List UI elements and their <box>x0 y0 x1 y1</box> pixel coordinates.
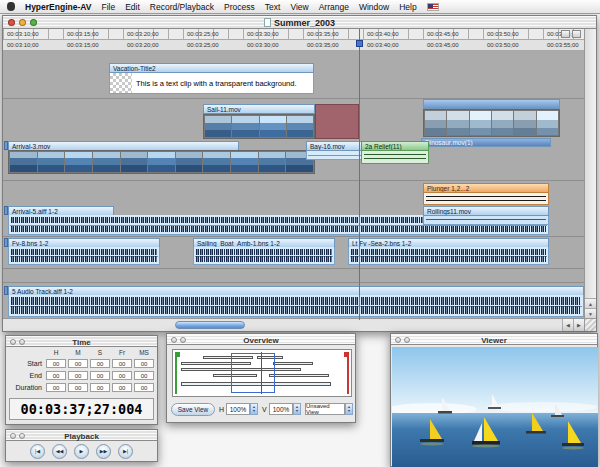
clip-label <box>423 99 560 109</box>
clip-sail-11[interactable]: Sail-11.mov <box>203 104 315 139</box>
clip-plunger[interactable]: Plunger 1,2...2 <box>423 183 549 205</box>
end-h-field[interactable]: 00 <box>46 371 66 380</box>
view-start-line[interactable] <box>175 352 177 394</box>
menu-item-view[interactable]: View <box>290 2 308 12</box>
scroll-left-icon[interactable]: ◀ <box>562 319 573 331</box>
end-fr-field[interactable]: 00 <box>112 371 132 380</box>
duration-h-field[interactable]: 00 <box>46 383 66 392</box>
v-zoom-field[interactable]: 100% <box>269 403 293 415</box>
menu-item-file[interactable]: File <box>101 2 115 12</box>
clip-dinosaur[interactable]: Dinosaur.mov(1) <box>421 138 551 147</box>
minimap-clip-bar <box>269 374 329 377</box>
col-frames: Fr <box>112 349 132 356</box>
v-zoom-label: V <box>262 406 267 413</box>
document-icon <box>264 18 271 27</box>
ruler-label: 00:03:50;00 <box>487 31 519 37</box>
playhead[interactable] <box>359 29 360 320</box>
waveform-channel <box>11 226 546 232</box>
playback-panel-titlebar[interactable]: Playback <box>6 430 157 441</box>
menu-item-arrange[interactable]: Arrange <box>319 2 349 12</box>
go-to-start-button[interactable]: |◀ <box>30 444 45 459</box>
duration-m-field[interactable]: 00 <box>68 383 88 392</box>
menu-item-edit[interactable]: Edit <box>125 2 140 12</box>
clip-label: Rollings11.mov <box>423 206 549 216</box>
end-ms-field[interactable]: 00 <box>134 371 154 380</box>
clip-lt-fv-sea[interactable]: Lt Fv -Sea-2.bns 1-2 <box>348 238 549 265</box>
clip-label: Bay-16.mov <box>306 141 363 151</box>
playback-panel: Playback |◀ ◀◀ ▶ ▶▶ ▶| <box>5 429 158 462</box>
ruler-label: 00:03:25;00 <box>187 42 219 48</box>
menu-item-record-playback[interactable]: Record/Playback <box>150 2 214 12</box>
track-divider <box>3 180 584 181</box>
clip-arrival-3[interactable]: Arrival-3.mov <box>8 141 315 174</box>
start-s-field[interactable]: 00 <box>90 359 110 368</box>
horizontal-scrollbar[interactable]: ◀ ▶ <box>3 318 584 331</box>
scrollbar-thumb[interactable] <box>175 321 245 329</box>
timeline-ruler-top[interactable]: 00:03:10;00 00:03:15;00 00:03:20;00 00:0… <box>3 29 584 40</box>
play-button[interactable]: ▶ <box>74 444 89 459</box>
clip-bay-16[interactable]: Bay-16.mov <box>306 141 363 160</box>
clip-5-audio-track[interactable]: 5 Audio Track.aiff 1-2 <box>8 286 584 317</box>
menu-item-help[interactable]: Help <box>399 2 416 12</box>
waveform-channel <box>351 256 546 262</box>
duration-ms-field[interactable]: 00 <box>134 383 154 392</box>
waveform-channel <box>351 249 546 255</box>
start-m-field[interactable]: 00 <box>68 359 88 368</box>
ruler-label: 00:03:25;00 <box>187 31 219 37</box>
save-view-button[interactable]: Save View <box>171 403 215 416</box>
timeline-titlebar[interactable]: Summer_2003 <box>3 16 596 29</box>
clip-vacation-title[interactable]: Vacation-Title2 This is a text clip with… <box>109 63 314 94</box>
ruler-label: 00:03:10;00 <box>7 31 39 37</box>
clip-rollings[interactable]: Rollings11.mov <box>423 206 549 225</box>
clip-label: Sail-11.mov <box>203 104 315 114</box>
h-zoom-stepper[interactable]: ▲▼ <box>250 403 258 415</box>
audio-waveform <box>8 247 160 265</box>
scroll-down-icon[interactable]: ▼ <box>585 308 596 318</box>
end-m-field[interactable]: 00 <box>68 371 88 380</box>
minimap-view-box[interactable] <box>231 353 275 393</box>
fast-forward-button[interactable]: ▶▶ <box>96 444 111 459</box>
us-flag-icon[interactable] <box>427 3 439 11</box>
playhead-marker[interactable] <box>356 40 363 47</box>
resize-grip[interactable] <box>584 318 596 331</box>
waveform-channel <box>11 249 157 255</box>
scroll-up-icon[interactable]: ▲ <box>585 298 596 308</box>
view-selector-stepper[interactable]: ▲▼ <box>345 403 353 415</box>
time-panel-titlebar[interactable]: Time <box>6 336 157 347</box>
col-hours: H <box>46 349 66 356</box>
clip-sailing-boat-amb[interactable]: Sailing_Boat_Amb-1.bns 1-2 <box>193 238 335 265</box>
start-fr-field[interactable]: 00 <box>112 359 132 368</box>
waveform-channel <box>11 256 157 262</box>
ruler-control-icon[interactable] <box>572 30 581 38</box>
start-h-field[interactable]: 00 <box>46 359 66 368</box>
duration-s-field[interactable]: 00 <box>90 383 110 392</box>
view-end-line[interactable] <box>347 352 349 394</box>
video-thumbnails <box>423 109 560 137</box>
menu-item-hyperengine[interactable]: HyperEngine-AV <box>25 2 91 12</box>
h-zoom-field[interactable]: 100% <box>226 403 250 415</box>
timeline-minimap[interactable] <box>172 349 352 397</box>
h-zoom-label: H <box>219 406 224 413</box>
clip-fv-8[interactable]: Fv-8.bns 1-2 <box>8 238 160 265</box>
overview-panel-titlebar[interactable]: Overview <box>167 334 355 345</box>
rewind-button[interactable]: ◀◀ <box>52 444 67 459</box>
end-s-field[interactable]: 00 <box>90 371 110 380</box>
duration-fr-field[interactable]: 00 <box>112 383 132 392</box>
menu-item-process[interactable]: Process <box>224 2 255 12</box>
sailboats-scene <box>392 347 598 467</box>
view-selector-dropdown[interactable]: Unsaved View <box>305 403 345 415</box>
clip-selected-video[interactable] <box>423 99 560 137</box>
menu-item-text[interactable]: Text <box>265 2 281 12</box>
menu-item-window[interactable]: Window <box>359 2 389 12</box>
v-zoom-stepper[interactable]: ▲▼ <box>293 403 301 415</box>
scroll-right-icon[interactable]: ▶ <box>573 319 584 331</box>
timeline-ruler-bottom[interactable]: 00:03:10;00 00:03:15;00 00:03:20;00 00:0… <box>3 40 584 51</box>
ruler-control-icon[interactable] <box>561 30 570 38</box>
go-to-end-button[interactable]: ▶| <box>118 444 133 459</box>
clip-colored-block[interactable] <box>315 104 359 139</box>
viewer-panel-titlebar[interactable]: Viewer <box>391 334 597 345</box>
vertical-scrollbar[interactable]: ▲ ▼ <box>584 29 596 318</box>
clip-2a-relief[interactable]: 2a Relief(11) <box>361 141 429 164</box>
apple-icon[interactable] <box>7 2 15 11</box>
start-ms-field[interactable]: 00 <box>134 359 154 368</box>
